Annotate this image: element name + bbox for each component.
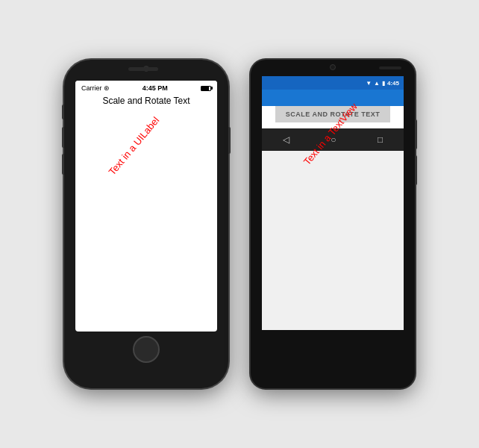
volume-up-button xyxy=(62,127,64,148)
ios-rotated-label: Text in a UILabel xyxy=(107,115,162,178)
android-volume-down xyxy=(415,155,417,185)
android-front-camera xyxy=(330,64,336,70)
android-top-bar xyxy=(251,60,415,76)
android-volume-up xyxy=(415,119,417,149)
ios-phone: Carrier ⊛ 4:45 PM Text in a UILabel Scal… xyxy=(64,60,228,388)
android-main-content: Text in a TextView SCALE AND ROTATE TEXT xyxy=(262,106,404,128)
mute-button xyxy=(62,105,64,119)
carrier-label: Carrier ⊛ xyxy=(81,84,110,92)
ios-status-bar: Carrier ⊛ 4:45 PM xyxy=(75,81,217,96)
android-phone: ▼ ▲ ▮ 4:45 Text in a TextView SCALE AND … xyxy=(251,60,415,388)
android-time: 4:45 xyxy=(387,80,399,87)
android-status-bar: ▼ ▲ ▮ 4:45 xyxy=(262,76,404,90)
ios-screen: Carrier ⊛ 4:45 PM Text in a UILabel Scal… xyxy=(75,81,217,332)
ios-bottom-label: Scale and Rotate Text xyxy=(102,96,190,106)
android-battery-icon: ▮ xyxy=(382,80,385,87)
power-button xyxy=(228,127,231,154)
battery-indicator xyxy=(201,86,211,91)
android-speaker xyxy=(379,66,401,69)
back-button[interactable]: ◁ xyxy=(283,134,289,145)
ios-time: 4:45 PM xyxy=(143,84,168,92)
speaker xyxy=(128,67,158,71)
android-toolbar xyxy=(262,90,404,106)
scale-rotate-button[interactable]: SCALE AND ROTATE TEXT xyxy=(275,106,390,122)
volume-down-button xyxy=(62,154,64,175)
ios-home-button[interactable] xyxy=(133,336,160,363)
ios-main-content: Text in a UILabel Scale and Rotate Text xyxy=(75,96,217,115)
wifi-icon: ⊛ xyxy=(104,84,110,92)
recents-button[interactable]: □ xyxy=(378,134,383,145)
android-screen: ▼ ▲ ▮ 4:45 Text in a TextView SCALE AND … xyxy=(262,76,404,330)
ios-top-area xyxy=(64,60,228,81)
android-signal-icon: ▲ xyxy=(374,80,380,87)
android-wifi-icon: ▼ xyxy=(366,80,372,87)
